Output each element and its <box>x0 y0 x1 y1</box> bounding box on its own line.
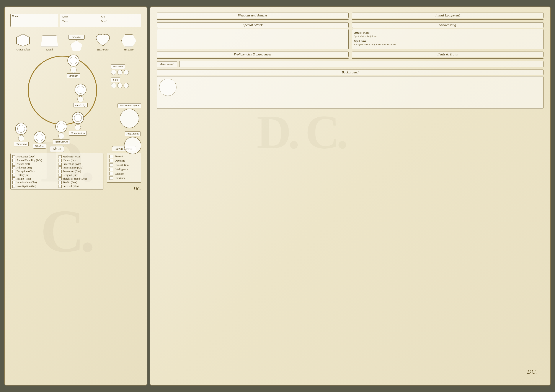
proficiencies-box[interactable] <box>157 58 349 59</box>
skill-cb-deception[interactable] <box>12 170 15 173</box>
armor-class-stat: Armor Class <box>15 33 30 51</box>
save-cb-dexterity[interactable] <box>110 159 113 163</box>
skill-label-animal-handling: Animal Handling (Wis) <box>16 159 42 162</box>
skill-cb-history[interactable] <box>12 174 15 177</box>
spell-save-formula: 8 + Spell Mod + Prof Bonus + Other Bonus <box>354 43 541 46</box>
special-spellcasting-row: Special Attack Spellcasting Attack Mod: … <box>157 22 543 49</box>
alignment-label: Alignment <box>157 61 177 67</box>
feats-box[interactable] <box>352 58 544 59</box>
background-section: Background <box>157 70 543 109</box>
skill-cb-acrobatics[interactable] <box>12 155 15 158</box>
skill-cb-investigation[interactable] <box>12 185 15 188</box>
skill-label-religion: Religion (Int) <box>63 173 77 177</box>
skill-cb-arcana[interactable] <box>12 163 15 166</box>
success-1[interactable] <box>111 70 116 75</box>
success-3[interactable] <box>124 70 129 75</box>
background-box[interactable] <box>157 76 543 109</box>
save-label-strength: Strength <box>115 155 124 158</box>
skill-cb-persuation[interactable] <box>58 170 62 173</box>
hit-points-stat: Hit Points <box>95 32 111 51</box>
skill-cb-perception[interactable] <box>58 163 62 166</box>
successes-label: Successes <box>111 64 125 69</box>
fail-3[interactable] <box>124 83 129 88</box>
left-logo: DC. <box>107 186 141 192</box>
skill-label-intimidation: Intimidation (Cha) <box>16 181 37 184</box>
hit-points-label: Hit Points <box>97 48 109 51</box>
charisma-outer[interactable] <box>15 123 27 135</box>
fail-2[interactable] <box>117 83 123 88</box>
weapons-box[interactable] <box>157 19 349 20</box>
skill-history: History(Int) <box>12 173 55 177</box>
save-cb-wisdom[interactable] <box>110 172 113 175</box>
special-attack-box[interactable] <box>157 29 349 49</box>
wisdom-label: Wisdom <box>33 144 46 149</box>
info-field[interactable]: Race: XP: Class: Level: <box>60 14 141 27</box>
skill-cb-survival[interactable] <box>58 185 62 188</box>
skill-label-medicine: Medicine (Wis) <box>63 155 80 158</box>
race-label: Race: <box>62 15 68 19</box>
skill-cb-stealth[interactable] <box>58 181 62 184</box>
skill-cb-sleight[interactable] <box>58 177 62 180</box>
name-field[interactable]: Name: <box>10 14 58 27</box>
fail-1[interactable] <box>111 83 116 88</box>
skill-label-survival: Survival (Wis) <box>63 185 79 188</box>
int-prof-1[interactable] <box>58 133 64 139</box>
skill-arcana: Arcana (Int) <box>12 163 55 166</box>
dexterity-outer[interactable] <box>75 84 87 96</box>
skill-religion: Religion (Int) <box>58 173 102 177</box>
intelligence-label: Intelligence <box>53 139 70 144</box>
skill-label-performance: Performance (Cha) <box>63 166 83 169</box>
skill-label-acrobatics: Acrobatics (Dex) <box>16 155 35 158</box>
strength-stat: Strength <box>67 55 80 78</box>
wisdom-stat: Wisdom <box>33 131 46 149</box>
skill-label-perception: Perception (Wis) <box>63 163 81 166</box>
save-cb-intelligence[interactable] <box>110 168 113 171</box>
passive-circle[interactable] <box>120 109 139 128</box>
skill-cb-intimidation[interactable] <box>12 181 15 184</box>
constitution-outer[interactable] <box>72 112 84 124</box>
special-attack-title: Special Attack <box>157 22 349 28</box>
skills-grid: Acrobatics (Dex) Medicine (Wis) Animal H… <box>10 153 103 190</box>
skill-cb-performance[interactable] <box>58 166 62 169</box>
weapons-section: Weapons and Attacks <box>157 13 349 20</box>
spellcasting-box[interactable]: Attack Mod: Spell Mod + Prof Bonus Spell… <box>352 29 544 49</box>
skill-nature: Nature (Int) <box>58 159 102 162</box>
prof-circle[interactable] <box>124 137 141 154</box>
save-cb-constitution[interactable] <box>110 163 113 167</box>
save-cb-strength[interactable] <box>110 155 113 158</box>
strength-prof-1[interactable] <box>70 67 77 73</box>
saves-list: Strength Dexterity Constitution Int <box>107 153 141 183</box>
skill-label-athletics: Athletics (Str) <box>16 166 32 169</box>
successes-circles <box>111 70 141 75</box>
con-prof-1[interactable] <box>75 124 81 130</box>
equipment-box[interactable] <box>352 19 544 20</box>
class-value[interactable] <box>69 19 100 23</box>
alignment-value[interactable] <box>179 61 543 67</box>
dex-prof-1[interactable] <box>77 96 83 102</box>
save-charisma: Charisma <box>110 176 139 180</box>
combat-stats: Armor Class Speed Initiative Hit Points <box>10 30 141 51</box>
cha-prof-1[interactable] <box>18 135 24 141</box>
intelligence-outer[interactable] <box>55 121 67 133</box>
weapons-equipment-row: Weapons and Attacks Initial Equipment <box>157 13 543 20</box>
level-value[interactable] <box>108 19 139 23</box>
race-value[interactable] <box>69 15 100 19</box>
xp-value[interactable] <box>106 15 139 19</box>
save-cb-charisma[interactable] <box>110 176 113 180</box>
skill-cb-nature[interactable] <box>58 159 62 162</box>
dexterity-stat: Dexterity <box>73 84 88 107</box>
success-2[interactable] <box>117 70 123 75</box>
skill-cb-religion[interactable] <box>58 174 62 177</box>
skill-deception: Deception (Cha) <box>12 170 55 173</box>
skill-cb-athletics[interactable] <box>12 166 15 169</box>
skill-cb-animal-handling[interactable] <box>12 159 15 162</box>
save-constitution: Constitution <box>110 163 139 167</box>
feats-section: Feats & Traits <box>352 51 544 59</box>
wisdom-outer[interactable] <box>34 131 45 143</box>
skill-cb-insight[interactable] <box>12 177 15 180</box>
equipment-section: Initial Equipment <box>352 13 544 20</box>
skill-label-investigation: Investigation (Int) <box>16 185 36 188</box>
strength-outer[interactable] <box>67 55 79 66</box>
skill-cb-medicine[interactable] <box>58 155 62 158</box>
skill-athletics: Athletics (Str) <box>12 166 55 169</box>
